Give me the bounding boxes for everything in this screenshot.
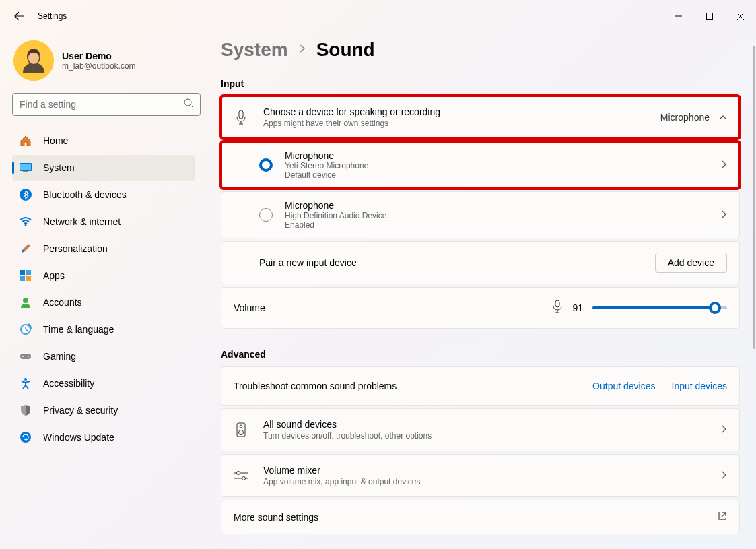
nav-apps[interactable]: Apps — [12, 263, 195, 288]
input-device-option-1[interactable]: Microphone Yeti Stereo Microphone Defaul… — [221, 141, 740, 189]
bluetooth-icon — [19, 188, 32, 201]
gamepad-icon — [19, 350, 32, 363]
update-icon — [19, 430, 32, 444]
svg-point-3 — [184, 99, 191, 106]
breadcrumb-parent[interactable]: System — [221, 39, 288, 61]
accessibility-icon — [19, 377, 32, 390]
nav-label: Privacy & security — [43, 405, 118, 416]
chevron-right-icon — [722, 470, 727, 481]
person-icon — [19, 296, 32, 309]
speaker-icon — [234, 422, 248, 437]
nav-time[interactable]: Time & language — [12, 317, 195, 342]
svg-point-18 — [28, 356, 29, 357]
nav-personalization[interactable]: Personalization — [12, 236, 195, 261]
page-title: Sound — [316, 39, 375, 61]
avatar — [13, 40, 54, 81]
svg-point-13 — [23, 298, 28, 303]
nav-gaming[interactable]: Gaming — [12, 344, 195, 369]
microphone-small-icon[interactable] — [552, 300, 563, 316]
svg-point-25 — [239, 430, 244, 435]
nav-accessibility[interactable]: Accessibility — [12, 370, 195, 396]
svg-point-24 — [240, 425, 242, 428]
device-sub1: Yeti Stereo Microphone — [285, 161, 368, 170]
chevron-right-icon — [722, 160, 727, 170]
mixer-sub: App volume mix, app input & output devic… — [263, 477, 420, 486]
input-header-title: Choose a device for speaking or recordin… — [263, 106, 440, 117]
volume-slider[interactable] — [592, 306, 727, 309]
pair-label: Pair a new input device — [259, 257, 357, 268]
nav-label: Bluetooth & devices — [43, 189, 127, 200]
svg-rect-6 — [23, 171, 28, 172]
chevron-right-icon — [299, 44, 306, 56]
nav-label: Time & language — [43, 324, 114, 335]
section-input-heading: Input — [221, 78, 740, 89]
profile-email: m_lab@outlook.com — [62, 61, 136, 71]
svg-rect-11 — [20, 276, 25, 281]
svg-rect-21 — [239, 110, 243, 119]
input-header-value: Microphone — [660, 112, 710, 123]
microphone-icon — [234, 110, 248, 125]
minimize-button[interactable] — [663, 5, 694, 27]
svg-rect-5 — [20, 164, 31, 170]
arrow-left-icon — [13, 11, 24, 22]
external-link-icon — [718, 511, 727, 523]
shield-icon — [19, 403, 32, 417]
svg-point-2 — [28, 52, 39, 64]
nav-label: Apps — [43, 270, 65, 281]
nav-label: Network & internet — [43, 216, 121, 227]
back-button[interactable] — [5, 3, 32, 30]
input-devices-link[interactable]: Input devices — [672, 381, 728, 391]
search-input[interactable] — [13, 94, 200, 115]
chevron-right-icon — [722, 209, 727, 220]
nav-label: Gaming — [43, 351, 76, 362]
profile-name: User Demo — [62, 51, 136, 61]
device-name: Microphone — [285, 200, 386, 211]
svg-rect-22 — [555, 300, 559, 307]
profile-block[interactable]: User Demo m_lab@outlook.com — [13, 40, 195, 81]
scrollbar[interactable] — [753, 46, 755, 538]
input-device-option-2[interactable]: Microphone High Definition Audio Device … — [221, 191, 740, 238]
output-devices-link[interactable]: Output devices — [592, 381, 655, 391]
input-device-header-card[interactable]: Choose a device for speaking or recordin… — [221, 96, 740, 139]
volume-mixer-row[interactable]: Volume mixer App volume mix, app input &… — [221, 454, 740, 497]
nav-label: Personalization — [43, 243, 108, 254]
nav-label: Accounts — [43, 297, 82, 308]
svg-rect-10 — [26, 270, 31, 275]
svg-point-17 — [22, 356, 24, 357]
svg-rect-0 — [707, 13, 713, 20]
pair-device-row: Pair a new input device Add device — [221, 241, 740, 284]
search-icon — [184, 98, 193, 110]
nav-label: Accessibility — [43, 378, 94, 389]
volume-row: Volume 91 — [221, 287, 740, 329]
nav-home[interactable]: Home — [12, 128, 195, 154]
close-button[interactable] — [725, 5, 756, 27]
mixer-title: Volume mixer — [263, 465, 420, 476]
nav-accounts[interactable]: Accounts — [12, 290, 195, 315]
apps-icon — [19, 269, 32, 282]
nav-network[interactable]: Network & internet — [12, 209, 195, 234]
all-devices-title: All sound devices — [263, 419, 432, 430]
system-icon — [19, 161, 32, 174]
nav-system[interactable]: System — [12, 155, 195, 181]
search-box[interactable] — [12, 93, 201, 116]
more-settings-title: More sound settings — [234, 512, 318, 523]
svg-point-19 — [24, 378, 27, 381]
brush-icon — [19, 242, 32, 255]
svg-point-20 — [20, 432, 31, 443]
breadcrumb: System Sound — [221, 39, 740, 61]
nav-update[interactable]: Windows Update — [12, 424, 195, 450]
clock-icon — [19, 323, 32, 336]
nav-bluetooth[interactable]: Bluetooth & devices — [12, 182, 195, 207]
device-name: Microphone — [285, 150, 368, 161]
volume-value: 91 — [572, 302, 583, 313]
radio-unselected[interactable] — [259, 208, 273, 222]
radio-selected[interactable] — [259, 158, 273, 172]
nav-privacy[interactable]: Privacy & security — [12, 397, 195, 423]
more-sound-settings-row[interactable]: More sound settings — [221, 500, 740, 534]
troubleshoot-label: Troubleshoot common sound problems — [234, 381, 397, 391]
scrollbar-thumb[interactable] — [753, 46, 755, 349]
all-sound-devices-row[interactable]: All sound devices Turn devices on/off, t… — [221, 408, 740, 451]
nav-label: Home — [43, 135, 68, 146]
add-device-button[interactable]: Add device — [655, 253, 727, 273]
maximize-button[interactable] — [694, 5, 725, 27]
